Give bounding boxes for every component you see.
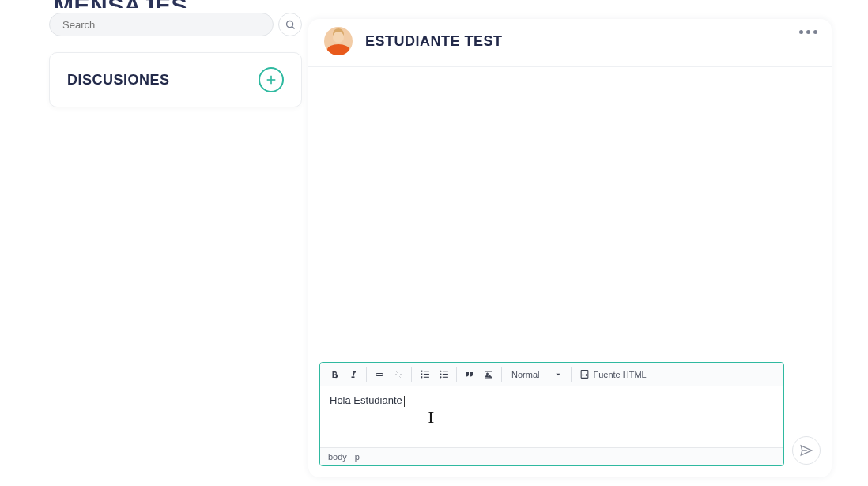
paragraph-format-select[interactable]: Normal xyxy=(505,370,568,379)
discussions-title: DISCUSIONES xyxy=(67,72,170,89)
chat-recipient-name: ESTUDIANTE TEST xyxy=(365,33,503,50)
svg-point-13 xyxy=(440,376,441,378)
message-composer: Normal Fuente HTML Hola Estudiante I xyxy=(319,362,784,466)
svg-rect-14 xyxy=(442,371,447,371)
editor-content: Hola Estudiante xyxy=(330,394,405,406)
svg-rect-8 xyxy=(421,371,422,372)
discussions-card[interactable]: DISCUSIONES xyxy=(49,52,302,107)
composer-wrap: Normal Fuente HTML Hola Estudiante I xyxy=(308,362,832,477)
image-icon xyxy=(483,370,494,379)
bullet-list-icon xyxy=(439,369,449,379)
unlink-icon xyxy=(393,370,404,379)
search-input[interactable] xyxy=(49,13,274,36)
toolbar-separator xyxy=(411,367,412,382)
numbered-list-icon xyxy=(420,369,430,379)
unlink-button xyxy=(389,365,408,384)
bold-icon xyxy=(330,370,339,379)
svg-rect-19 xyxy=(582,371,589,379)
chat-messages-area xyxy=(308,67,832,362)
search-row xyxy=(49,13,302,36)
bold-button[interactable] xyxy=(325,365,344,384)
sidebar: MENSAJES DISCUSIONES xyxy=(49,0,302,486)
chat-card: ESTUDIANTE TEST xyxy=(308,19,832,477)
link-button[interactable] xyxy=(370,365,389,384)
svg-point-18 xyxy=(487,373,489,375)
svg-rect-9 xyxy=(421,373,422,375)
plus-icon xyxy=(265,73,277,86)
chevron-down-icon xyxy=(555,371,561,378)
link-icon xyxy=(374,370,385,379)
svg-rect-7 xyxy=(423,377,428,378)
editor-textarea[interactable]: Hola Estudiante I xyxy=(320,386,783,448)
avatar xyxy=(324,27,353,55)
editor-toolbar: Normal Fuente HTML xyxy=(320,363,783,386)
source-icon xyxy=(579,369,590,379)
svg-point-11 xyxy=(440,371,441,372)
source-label: Fuente HTML xyxy=(593,370,646,379)
element-path-bar: body p xyxy=(320,448,783,465)
bullet-list-button[interactable] xyxy=(434,365,453,384)
svg-rect-16 xyxy=(442,377,447,378)
svg-rect-10 xyxy=(421,376,422,378)
path-p[interactable]: p xyxy=(355,452,360,462)
image-button[interactable] xyxy=(479,365,498,384)
toolbar-separator xyxy=(456,367,457,382)
svg-rect-4 xyxy=(376,373,383,375)
search-button[interactable] xyxy=(278,13,302,36)
quote-icon xyxy=(464,370,475,379)
numbered-list-button[interactable] xyxy=(415,365,434,384)
send-icon xyxy=(799,443,813,458)
svg-point-0 xyxy=(286,21,292,27)
toolbar-separator xyxy=(571,367,572,382)
format-label: Normal xyxy=(511,370,539,379)
add-discussion-button[interactable] xyxy=(259,67,284,92)
path-body[interactable]: body xyxy=(328,452,347,462)
svg-line-1 xyxy=(292,26,294,28)
text-cursor-icon: I xyxy=(428,407,434,428)
svg-rect-5 xyxy=(423,371,428,371)
svg-rect-15 xyxy=(442,374,447,375)
toolbar-separator xyxy=(366,367,367,382)
italic-button[interactable] xyxy=(344,365,363,384)
source-html-button[interactable]: Fuente HTML xyxy=(575,369,651,379)
svg-point-12 xyxy=(440,373,441,375)
send-button[interactable] xyxy=(792,436,821,465)
chat-header: ESTUDIANTE TEST xyxy=(308,19,832,67)
page-title: MENSAJES xyxy=(54,0,302,8)
svg-rect-6 xyxy=(423,374,428,375)
toolbar-separator xyxy=(501,367,502,382)
search-icon xyxy=(285,19,296,31)
main-panel: ESTUDIANTE TEST xyxy=(308,0,832,486)
blockquote-button[interactable] xyxy=(460,365,479,384)
italic-icon xyxy=(349,370,358,379)
